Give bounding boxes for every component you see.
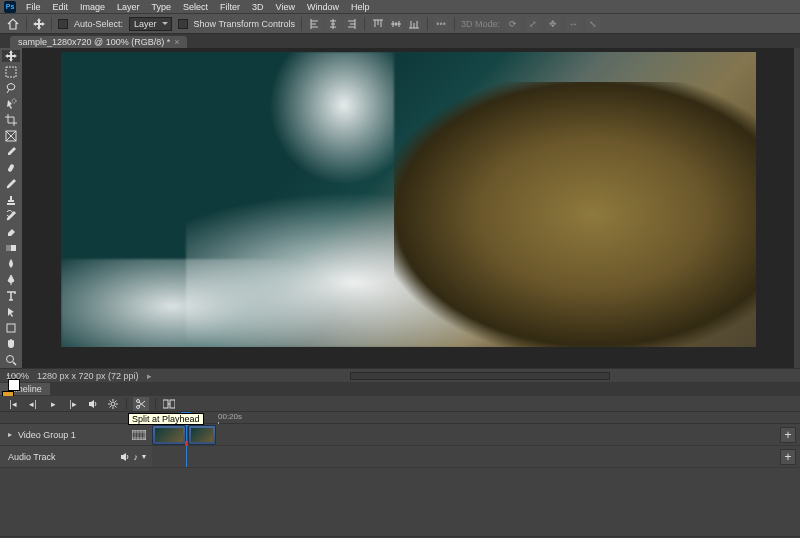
prev-frame-button[interactable]: ◂| — [26, 397, 40, 411]
divider — [51, 17, 52, 31]
app-icon: Ps — [4, 1, 16, 13]
3d-mode-label: 3D Mode: — [461, 19, 500, 29]
svg-rect-0 — [6, 67, 16, 77]
chevron-down-icon[interactable]: ▾ — [142, 452, 146, 462]
svg-rect-12 — [170, 400, 175, 408]
pen-tool[interactable] — [2, 274, 20, 286]
path-select-tool[interactable] — [2, 306, 20, 318]
play-button[interactable]: ▸ — [46, 397, 60, 411]
menu-help[interactable]: Help — [345, 2, 376, 12]
type-tool[interactable] — [2, 290, 20, 302]
horizontal-scrollbar[interactable] — [160, 372, 800, 380]
document-title: sample_1280x720 @ 100% (RGB/8) * — [18, 37, 170, 47]
close-tab-icon[interactable]: × — [174, 37, 179, 47]
video-track-header[interactable]: ▸ Video Group 1 — [0, 424, 152, 445]
blur-tool[interactable] — [2, 258, 20, 270]
align-left-icon[interactable] — [308, 17, 322, 31]
auto-select-checkbox[interactable] — [58, 19, 68, 29]
shape-tool[interactable] — [2, 322, 20, 334]
gradient-tool[interactable] — [2, 242, 20, 254]
timeline-panel: |◂ ◂| ▸ |▸ 00 00:20s ▸ Video Group 1 Spl… — [0, 396, 800, 538]
quick-select-tool[interactable] — [2, 98, 20, 110]
align-top-icon[interactable] — [371, 17, 385, 31]
frame-tool[interactable] — [2, 130, 20, 142]
more-align-icon[interactable]: ••• — [434, 17, 448, 31]
stamp-tool[interactable] — [2, 194, 20, 206]
lasso-tool[interactable] — [2, 82, 20, 94]
add-media-button[interactable]: + — [780, 427, 796, 443]
3d-roll-icon: ⤢ — [526, 17, 540, 31]
audio-lane[interactable] — [152, 446, 800, 467]
right-panel-collapsed[interactable] — [794, 48, 800, 368]
svg-rect-3 — [7, 164, 14, 173]
add-audio-button[interactable]: + — [780, 449, 796, 465]
doc-info[interactable]: 1280 px x 720 px (72 ppi) — [37, 371, 139, 381]
audio-mute-icon[interactable] — [120, 452, 130, 462]
menu-3d[interactable]: 3D — [246, 2, 270, 12]
document-tab[interactable]: sample_1280x720 @ 100% (RGB/8) * × — [10, 36, 187, 48]
audio-track-label: Audio Track — [8, 452, 56, 462]
panel-tab-bar: Timeline — [0, 382, 800, 396]
align-vcenter-icon[interactable] — [389, 17, 403, 31]
chevron-right-icon[interactable]: ▸ — [147, 371, 152, 381]
menu-edit[interactable]: Edit — [47, 2, 75, 12]
home-icon[interactable] — [6, 17, 20, 31]
timeline-ruler[interactable]: 00 00:20s — [0, 412, 800, 424]
zoom-tool[interactable] — [2, 354, 20, 366]
menu-layer[interactable]: Layer — [111, 2, 146, 12]
document-canvas[interactable] — [61, 52, 756, 347]
menu-window[interactable]: Window — [301, 2, 345, 12]
svg-point-1 — [12, 99, 16, 103]
music-note-icon[interactable]: ♪ — [134, 452, 139, 462]
marquee-tool[interactable] — [2, 66, 20, 78]
filmstrip-icon[interactable] — [132, 430, 146, 440]
align-group — [308, 17, 358, 31]
video-track-label: Video Group 1 — [18, 430, 76, 440]
move-tool[interactable] — [2, 50, 20, 62]
status-bar: 100% 1280 px x 720 px (72 ppi) ▸ — [0, 368, 800, 382]
3d-pan-icon: ✥ — [546, 17, 560, 31]
document-tab-bar: sample_1280x720 @ 100% (RGB/8) * × — [0, 34, 800, 48]
history-brush-tool[interactable] — [2, 210, 20, 222]
video-clip[interactable] — [152, 425, 186, 445]
menu-select[interactable]: Select — [177, 2, 214, 12]
chevron-right-icon[interactable]: ▸ — [8, 430, 12, 439]
align-right-icon[interactable] — [344, 17, 358, 31]
video-track: ▸ Video Group 1 Split at Playhead + — [0, 424, 800, 446]
crop-tool[interactable] — [2, 114, 20, 126]
video-lane[interactable]: Split at Playhead — [152, 424, 800, 445]
eraser-tool[interactable] — [2, 226, 20, 238]
3d-slide-icon: ↔ — [566, 17, 580, 31]
mute-button[interactable] — [86, 397, 100, 411]
menu-view[interactable]: View — [270, 2, 301, 12]
menu-type[interactable]: Type — [146, 2, 178, 12]
next-frame-button[interactable]: |▸ — [66, 397, 80, 411]
video-clip[interactable] — [188, 425, 216, 445]
split-clip-button[interactable] — [133, 397, 149, 411]
workspace: ⋯ — [0, 48, 800, 368]
transition-button[interactable] — [162, 397, 176, 411]
align-bottom-icon[interactable] — [407, 17, 421, 31]
menu-filter[interactable]: Filter — [214, 2, 246, 12]
svg-rect-11 — [163, 400, 168, 408]
brush-tool[interactable] — [2, 178, 20, 190]
menu-file[interactable]: File — [20, 2, 47, 12]
heal-tool[interactable] — [2, 162, 20, 174]
menu-bar: Ps File Edit Image Layer Type Select Fil… — [0, 0, 800, 14]
divider — [427, 17, 428, 31]
svg-point-8 — [111, 402, 115, 406]
show-transform-checkbox[interactable] — [178, 19, 188, 29]
eyedropper-tool[interactable] — [2, 146, 20, 158]
auto-select-target[interactable]: Layer — [129, 17, 172, 31]
menu-image[interactable]: Image — [74, 2, 111, 12]
audio-track: Audio Track ♪ ▾ + — [0, 446, 800, 468]
settings-button[interactable] — [106, 397, 120, 411]
align-hcenter-icon[interactable] — [326, 17, 340, 31]
svg-rect-5 — [6, 245, 11, 251]
background-swatch[interactable] — [8, 379, 20, 391]
hand-tool[interactable] — [2, 338, 20, 350]
divider — [26, 17, 27, 31]
audio-track-header[interactable]: Audio Track ♪ ▾ — [0, 446, 152, 467]
go-to-first-frame-button[interactable]: |◂ — [6, 397, 20, 411]
divider — [454, 17, 455, 31]
